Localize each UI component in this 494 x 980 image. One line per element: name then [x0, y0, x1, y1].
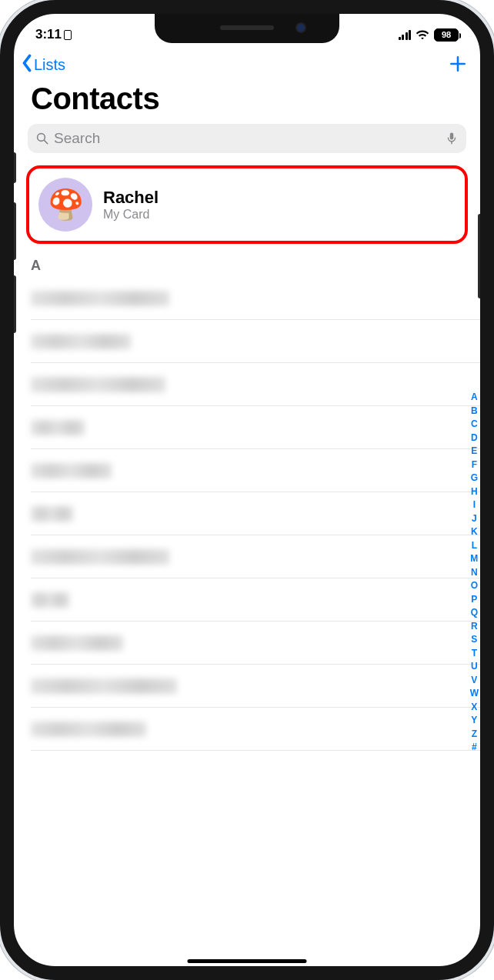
- battery-icon: 98: [434, 28, 459, 42]
- index-letter[interactable]: E: [471, 445, 477, 457]
- contact-row[interactable]: [31, 492, 480, 535]
- avatar-emoji: 🍄: [48, 188, 84, 222]
- back-button[interactable]: Lists: [20, 54, 65, 76]
- contact-name-redacted: [31, 334, 131, 349]
- contact-name-redacted: [31, 722, 146, 737]
- index-letter[interactable]: J: [472, 512, 477, 525]
- chevron-left-icon: [20, 54, 34, 76]
- contact-name-redacted: [31, 635, 123, 651]
- svg-line-1: [45, 141, 48, 144]
- signal-icon: [399, 30, 412, 40]
- svg-rect-2: [450, 133, 454, 140]
- contact-row[interactable]: [31, 363, 480, 406]
- index-letter[interactable]: P: [471, 593, 477, 605]
- sim-icon: [64, 30, 72, 40]
- my-card-subtitle: My Card: [103, 208, 159, 222]
- index-letter[interactable]: Q: [471, 606, 478, 618]
- wifi-icon: [416, 29, 429, 40]
- contact-row[interactable]: [31, 535, 480, 578]
- index-letter[interactable]: N: [471, 566, 478, 578]
- index-letter[interactable]: I: [473, 498, 476, 511]
- section-header: A: [14, 256, 480, 277]
- page-title: Contacts: [14, 82, 480, 124]
- contact-name-redacted: [31, 291, 169, 306]
- device-notch: [155, 14, 339, 43]
- index-letter[interactable]: Z: [472, 728, 477, 740]
- add-contact-button[interactable]: [448, 54, 468, 76]
- contact-name-redacted: [31, 592, 69, 608]
- index-letter[interactable]: T: [472, 647, 477, 659]
- contact-row[interactable]: [31, 406, 480, 449]
- index-letter[interactable]: C: [471, 418, 478, 430]
- contact-name-redacted: [31, 463, 112, 478]
- search-input[interactable]: [54, 130, 440, 147]
- contact-list: [14, 277, 480, 751]
- my-card-highlight: 🍄 Rachel My Card: [26, 165, 468, 244]
- index-letter[interactable]: Y: [471, 714, 477, 726]
- index-letter[interactable]: G: [471, 472, 478, 484]
- index-letter[interactable]: D: [471, 432, 478, 444]
- index-letter[interactable]: H: [471, 485, 478, 498]
- contact-row[interactable]: [31, 665, 480, 708]
- index-letter[interactable]: M: [470, 552, 478, 565]
- index-strip[interactable]: ABCDEFGHIJKLMNOPQRSTUVWXYZ#: [470, 391, 479, 753]
- contact-row[interactable]: [31, 578, 480, 622]
- status-left: 3:11: [35, 27, 72, 42]
- contact-name-redacted: [31, 506, 73, 522]
- device-frame: 3:11 98 Lists: [0, 0, 494, 980]
- contact-row[interactable]: [31, 622, 480, 665]
- contact-row[interactable]: [31, 320, 480, 363]
- index-letter[interactable]: R: [471, 620, 478, 632]
- nav-bar: Lists: [14, 46, 480, 82]
- battery-level: 98: [442, 30, 451, 39]
- screen: 3:11 98 Lists: [14, 14, 480, 966]
- index-letter[interactable]: B: [471, 405, 478, 417]
- contact-name-redacted: [31, 420, 85, 435]
- index-letter[interactable]: #: [472, 741, 477, 753]
- my-card-text: Rachel My Card: [103, 188, 159, 222]
- index-letter[interactable]: K: [471, 525, 478, 538]
- contact-name-redacted: [31, 377, 165, 392]
- contact-row[interactable]: [31, 708, 480, 751]
- my-card-name: Rachel: [103, 188, 159, 208]
- search-field[interactable]: [28, 124, 466, 153]
- status-right: 98: [399, 28, 459, 42]
- index-letter[interactable]: S: [471, 633, 477, 645]
- my-card-row[interactable]: 🍄 Rachel My Card: [35, 175, 459, 235]
- mic-icon[interactable]: [445, 132, 459, 145]
- svg-point-0: [38, 134, 45, 142]
- search-container: [14, 124, 480, 161]
- contact-name-redacted: [31, 549, 169, 565]
- home-indicator: [188, 959, 307, 963]
- index-letter[interactable]: W: [470, 687, 479, 699]
- index-letter[interactable]: V: [471, 674, 477, 686]
- contact-row[interactable]: [31, 277, 480, 320]
- index-letter[interactable]: A: [471, 391, 478, 403]
- search-icon: [35, 132, 49, 145]
- status-time: 3:11: [35, 27, 62, 42]
- contact-name-redacted: [31, 678, 177, 694]
- avatar: 🍄: [38, 178, 92, 232]
- contact-row[interactable]: [31, 449, 480, 492]
- index-letter[interactable]: F: [472, 458, 477, 471]
- plus-icon: [448, 65, 468, 76]
- index-letter[interactable]: L: [472, 539, 477, 552]
- index-letter[interactable]: U: [471, 660, 478, 672]
- index-letter[interactable]: X: [471, 701, 477, 713]
- index-letter[interactable]: O: [471, 579, 478, 592]
- back-label: Lists: [34, 56, 65, 74]
